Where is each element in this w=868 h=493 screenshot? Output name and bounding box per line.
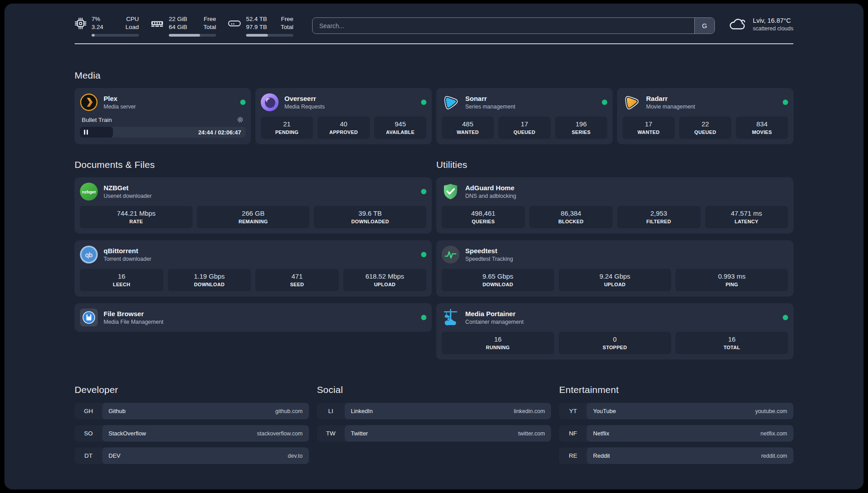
ram-total-value: 64 GiB bbox=[169, 23, 192, 31]
weather-location-temp: Lviv, 16.87°C bbox=[753, 17, 793, 24]
settings-icon[interactable] bbox=[237, 116, 244, 123]
link-abbreviation: GH bbox=[75, 403, 102, 419]
link-netflix[interactable]: NF Netflix netflix.com bbox=[559, 425, 793, 442]
app-card-plex[interactable]: Plex Media server Bullet Train bbox=[75, 88, 251, 144]
cpu-load-value: 3.24 bbox=[92, 23, 115, 31]
app-description: Series management bbox=[465, 104, 515, 110]
link-url: github.com bbox=[275, 408, 303, 414]
app-card-radarr[interactable]: Radarr Movie management 17 WANTED 22 QUE… bbox=[617, 88, 793, 144]
sonarr-icon bbox=[442, 93, 459, 111]
app-card-speedtest[interactable]: Speedtest Speedtest Tracking 9.65 Gbps D… bbox=[436, 240, 793, 297]
app-name: qBittorrent bbox=[104, 247, 151, 255]
storage-usage-bar bbox=[246, 34, 293, 37]
developer-links-section: Developer GH Github github.com SO StackO… bbox=[75, 384, 309, 464]
app-name: AdGuard Home bbox=[465, 184, 516, 192]
stat-blocked: 86,384 BLOCKED bbox=[530, 206, 613, 228]
link-url: netflix.com bbox=[760, 430, 787, 437]
link-abbreviation: NF bbox=[559, 425, 587, 442]
cpu-usage-bar bbox=[92, 34, 139, 37]
link-url: dev.to bbox=[288, 453, 303, 459]
status-online-dot bbox=[783, 100, 788, 105]
stat-queued: 22 QUEUED bbox=[679, 117, 731, 139]
overseerr-icon bbox=[261, 93, 279, 111]
link-abbreviation: RE bbox=[559, 447, 587, 464]
stat-approved: 40 APPROVED bbox=[317, 117, 370, 139]
status-online-dot bbox=[421, 315, 426, 320]
section-title-developer: Developer bbox=[75, 384, 309, 395]
link-abbreviation: LI bbox=[317, 403, 345, 419]
dashboard-panel: 7% 3.24 CPU Load bbox=[4, 4, 864, 489]
playback-time: 24:44 / 02:06:47 bbox=[198, 129, 241, 136]
status-online-dot bbox=[602, 100, 607, 105]
link-youtube[interactable]: YT YouTube youtube.com bbox=[559, 403, 793, 419]
stat-stopped: 0 STOPPED bbox=[559, 332, 671, 354]
stat-leech: 16 LEECH bbox=[80, 269, 163, 291]
now-playing-title: Bullet Train bbox=[82, 117, 112, 123]
pause-icon[interactable] bbox=[84, 130, 88, 135]
ram-free-label: Free bbox=[200, 15, 216, 23]
ram-usage-bar bbox=[169, 34, 216, 37]
stat-upload: 618.52 Mbps UPLOAD bbox=[343, 269, 427, 291]
link-twitter[interactable]: TW Twitter twitter.com bbox=[317, 425, 551, 442]
svg-text:qb: qb bbox=[85, 251, 93, 259]
status-online-dot bbox=[421, 189, 426, 194]
app-name: Speedtest bbox=[465, 247, 513, 255]
link-abbreviation: DT bbox=[75, 447, 102, 464]
link-name: Reddit bbox=[593, 452, 610, 459]
app-card-portainer[interactable]: Media Portainer Container management 16 … bbox=[436, 303, 793, 359]
media-grid: Plex Media server Bullet Train bbox=[75, 88, 793, 144]
stat-downloaded: 39.6 TB DOWNLOADED bbox=[314, 206, 426, 228]
link-name: YouTube bbox=[593, 408, 616, 414]
app-name: NZBGet bbox=[104, 184, 152, 192]
storage-total-value: 97.9 TB bbox=[246, 23, 269, 31]
app-description: Movie management bbox=[646, 104, 695, 110]
weather-widget[interactable]: Lviv, 16.87°C scattered clouds bbox=[727, 17, 793, 32]
stat-rate: 744.21 Mbps RATE bbox=[80, 206, 192, 228]
app-card-filebrowser[interactable]: File Browser Media File Management bbox=[75, 303, 432, 332]
stat-remaining: 266 GB REMAINING bbox=[197, 206, 309, 228]
cpu-usage-value: 7% bbox=[92, 15, 115, 23]
stat-movies: 834 MOVIES bbox=[736, 117, 788, 139]
ram-metric: 22 GiB 64 GiB Free Total bbox=[150, 15, 216, 37]
stat-wanted: 485 WANTED bbox=[442, 117, 494, 139]
cpu-icon bbox=[75, 17, 87, 37]
link-github[interactable]: GH Github github.com bbox=[75, 403, 309, 419]
stat-pending: 21 PENDING bbox=[261, 117, 313, 139]
status-online-dot bbox=[240, 100, 246, 105]
stat-filtered: 2,953 FILTERED bbox=[617, 206, 701, 228]
header-divider bbox=[75, 43, 793, 44]
stat-wanted: 17 WANTED bbox=[622, 117, 675, 139]
link-url: youtube.com bbox=[755, 408, 787, 414]
link-abbreviation: TW bbox=[317, 425, 345, 442]
stat-series: 196 SERIES bbox=[555, 117, 607, 139]
app-card-sonarr[interactable]: Sonarr Series management 485 WANTED 17 Q… bbox=[436, 88, 613, 144]
search-engine-button[interactable]: G bbox=[694, 18, 714, 33]
link-url: twitter.com bbox=[518, 430, 545, 437]
plex-now-playing: Bullet Train 24:44 / 02:06:47 bbox=[80, 116, 246, 138]
link-reddit[interactable]: RE Reddit reddit.com bbox=[559, 447, 793, 464]
link-name: LinkedIn bbox=[351, 408, 373, 414]
entertainment-links-section: Entertainment YT YouTube youtube.com NF … bbox=[559, 384, 793, 464]
link-abbreviation: YT bbox=[559, 403, 587, 419]
link-dev-to[interactable]: DT DEV dev.to bbox=[75, 447, 309, 464]
stat-available: 945 AVAILABLE bbox=[374, 117, 426, 139]
link-linkedin[interactable]: LI LinkedIn linkedin.com bbox=[317, 403, 551, 419]
storage-icon bbox=[228, 17, 241, 37]
app-card-qbittorrent[interactable]: qb qBittorrent Torrent downloader bbox=[75, 240, 432, 297]
link-stackoverflow[interactable]: SO StackOverflow stackoverflow.com bbox=[75, 425, 309, 442]
app-card-nzbget[interactable]: nzbget NZBGet Usenet downloader 74 bbox=[75, 177, 432, 234]
playback-progress-bar[interactable]: 24:44 / 02:06:47 bbox=[80, 127, 246, 138]
app-card-adguard[interactable]: AdGuard Home DNS and adblocking 498,461 … bbox=[436, 177, 793, 234]
nzbget-icon: nzbget bbox=[80, 183, 98, 201]
status-online-dot bbox=[783, 315, 788, 320]
status-online-dot bbox=[421, 100, 426, 105]
app-name: Overseerr bbox=[284, 95, 325, 102]
social-links-section: Social LI LinkedIn linkedin.com TW Twitt… bbox=[317, 384, 551, 464]
stat-download: 1.19 Gbps DOWNLOAD bbox=[168, 269, 251, 291]
app-description: Usenet downloader bbox=[104, 193, 152, 199]
search-input[interactable] bbox=[313, 18, 694, 33]
section-title-social: Social bbox=[317, 384, 551, 395]
filebrowser-icon bbox=[80, 309, 98, 326]
app-card-overseerr[interactable]: Overseerr Media Requests 21 PENDING 40 A… bbox=[255, 88, 432, 144]
stat-queued: 17 QUEUED bbox=[498, 117, 551, 139]
